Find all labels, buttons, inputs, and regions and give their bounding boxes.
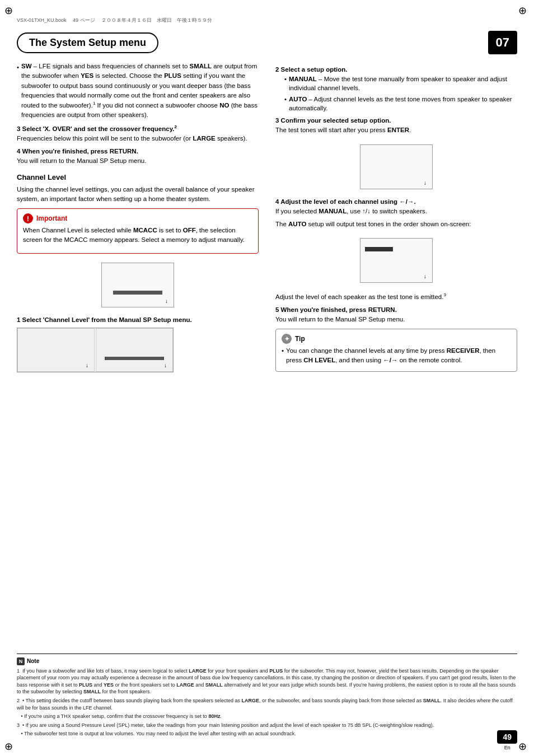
screen-bar-right [105, 357, 164, 360]
sw-text: – LFE signals and bass frequencies of ch… [34, 63, 190, 69]
step4-right-body1: If you selected MANUAL, use ↑/↓ to switc… [275, 207, 517, 216]
footnote-3: 3 [443, 292, 446, 297]
meta-date: ２００８年４月１６日 水曜日 午後１時５９分 [101, 17, 212, 23]
channel-level-desc: Using the channel level settings, you ca… [17, 185, 259, 204]
step4-right-body3: Adjust the level of each speaker as the … [275, 292, 517, 302]
footnote-1: 1 [93, 101, 95, 106]
auto-bullet: • AUTO – Adjust channel levels as the te… [275, 95, 517, 113]
sw-plus: PLUS [164, 72, 181, 79]
step3-left-heading: 3 Select 'X. OVER' and set the crossover… [17, 124, 259, 132]
screen-bar-y [113, 291, 162, 295]
chapter-number: 07 [488, 31, 517, 54]
screen-mockup-r1-area: ↓ [275, 140, 517, 194]
bullet-dot: • [17, 63, 19, 120]
tip-label: Tip [295, 335, 305, 343]
corner-mark-tr: ⊕ [518, 4, 530, 16]
sw-yes: YES [81, 72, 93, 79]
step5-right-body: You will return to the Manual SP Setup m… [275, 315, 517, 324]
tip-icon: ✦ [282, 334, 292, 344]
note-label: Note [27, 658, 39, 664]
screen-arrow-left: ↓ [86, 362, 88, 368]
right-column: 2 Select a setup option. • MANUAL – Move… [275, 62, 517, 377]
note2b-text: • If you're using a THX speaker setup, c… [17, 713, 517, 720]
step4-left-body: You will return to the Manual SP Setup m… [17, 156, 259, 166]
sw-no: NO [219, 102, 229, 109]
screen-mockup-wide: ↓ ↓ [17, 328, 174, 372]
screen-arrow-r1: ↓ [424, 180, 427, 186]
page-number: 49 [497, 730, 517, 744]
corner-mark-br: ⊕ [518, 740, 530, 752]
screen-mockup-r2: ↓ [360, 238, 433, 283]
sw-bullet-item: • SW – LFE signals and bass frequencies … [17, 62, 259, 120]
note1-text: 1 If you have a subwoofer and like lots … [17, 668, 517, 696]
tip-bullet: • You can change the channel levels at a… [282, 346, 511, 364]
note-header: N Note [17, 657, 517, 665]
step4-right-body2: The AUTO setup will output test tones in… [275, 220, 517, 229]
step3-left-body: Frequencies below this point will be sen… [17, 134, 259, 143]
note3b-text: • The subwoofer test tone is output at l… [17, 730, 517, 738]
step3-right-heading: 3 Confirm your selected setup option. [275, 117, 517, 124]
corner-mark-bl: ⊕ [4, 740, 16, 752]
header-bar: The System Setup menu 07 [17, 31, 517, 54]
step4-right-heading: 4 Adjust the level of each channel using… [275, 198, 517, 205]
important-label: Important [36, 214, 67, 222]
screen-arrow-r2: ↓ [424, 273, 427, 279]
note2-text: 2 • This setting decides the cutoff betw… [17, 697, 517, 711]
screen-half-left: ↓ [17, 328, 95, 372]
page-title: The System Setup menu [17, 32, 158, 53]
step3-right-body: The test tones will start after you pres… [275, 125, 517, 135]
meta-page: 49 ページ [73, 17, 95, 23]
page-lang: En [497, 745, 517, 750]
important-icon: ! [23, 213, 33, 223]
note-section: N Note 1 If you have a subwoofer and lik… [17, 654, 517, 739]
screen-mockup-wide-area: ↓ ↓ [17, 328, 259, 372]
screen-arrow-right: ↓ [164, 362, 167, 368]
screen-mockup-r1: ↓ [360, 144, 433, 189]
corner-mark-tl: ⊕ [4, 4, 16, 16]
manual-bullet: • MANUAL – Move the test tone manually f… [275, 74, 517, 92]
important-header: ! Important [23, 213, 252, 223]
sw-bullet-text: SW – LFE signals and bass frequencies of… [21, 62, 259, 120]
note3-text: 3 • If you are using a Sound Pressure Le… [17, 722, 517, 729]
channel-level-heading: Channel Level [17, 173, 259, 181]
screen-mockup-single-area: ↓ [17, 258, 259, 312]
footnote-2: 2 [174, 124, 176, 129]
screen-mockup-r2-area: ↓ [275, 234, 517, 287]
tip-header: ✦ Tip [282, 334, 511, 344]
screen-arrow: ↓ [165, 298, 168, 304]
meta-file: VSX-01TXH_KU.book [17, 17, 67, 23]
meta-line: VSX-01TXH_KU.book 49 ページ ２００８年４月１６日 水曜日 … [17, 17, 212, 24]
screen-half-right: ↓ [96, 328, 173, 372]
two-column-layout: • SW – LFE signals and bass frequencies … [17, 62, 517, 377]
tip-box: ✦ Tip • You can change the channel level… [275, 329, 517, 371]
important-text: When Channel Level is selected while MCA… [23, 226, 252, 245]
sw-label: SW [21, 63, 32, 69]
note-icon: N [17, 657, 25, 665]
sw-small: SMALL [190, 63, 212, 69]
step4-left-heading: 4 When you're finished, press RETURN. [17, 148, 259, 155]
left-column: • SW – LFE signals and bass frequencies … [17, 62, 259, 377]
screen-mockup-single: ↓ [101, 263, 174, 307]
step5-right-heading: 5 When you're finished, press RETURN. [275, 306, 517, 313]
screen-bar-top [365, 247, 393, 251]
page-number-box: 49 En [497, 730, 517, 750]
main-content: • SW – LFE signals and bass frequencies … [17, 62, 517, 666]
step2-right-heading: 2 Select a setup option. [275, 66, 517, 73]
step1-left-heading: 1 Select 'Channel Level' from the Manual… [17, 316, 259, 323]
important-box: ! Important When Channel Level is select… [17, 208, 259, 254]
